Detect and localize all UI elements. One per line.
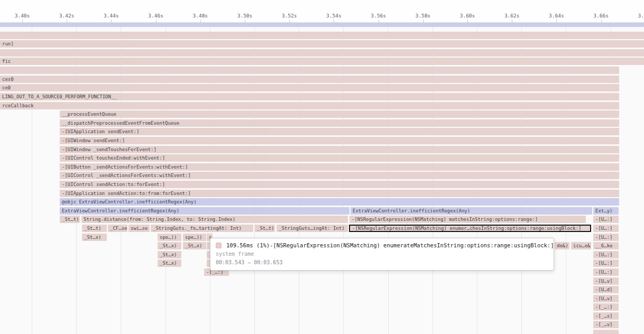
flame-bar[interactable]: __processEventQueue [60,110,619,118]
flame-bar[interactable]: -[UIApplication sendAction:to:from:forEv… [60,190,619,197]
flame-graph[interactable]: run]ficces0ce0LING_OUT_TO_A_SOURCE0_PERF… [0,23,644,334]
flame-bar[interactable]: __6…ke [593,242,619,249]
flame-bar[interactable]: __dispatchPreprocessedEventFromEventQueu… [60,119,619,127]
flame-bar[interactable]: -[UIWindow sendEvent:] [60,137,619,144]
flame-bar[interactable] [0,23,644,27]
flame-bar[interactable]: @objc ExtraViewController.inefficientReg… [60,198,619,206]
flame-bar[interactable] [0,32,644,39]
flame-bar[interactable]: swi…se [128,225,150,232]
flame-bar[interactable]: Ext…y) [593,207,619,215]
flame-bar[interactable]: _St…x) [158,242,181,249]
ruler-label: 3.48s [190,13,211,18]
flame-bar[interactable]: -[U…v] [593,295,619,302]
ruler-label: 3.64s [546,13,567,18]
tooltip-time-range: 00:03.543 — 00:03.653 [216,259,548,265]
instruments-flame-graph-view: 3.40s3.42s3.44s3.46s3.48s3.50s3.52s3.54s… [0,0,644,334]
tooltip-frame-kind: system frame [216,251,548,257]
flame-bar[interactable]: -[U…:] [593,251,619,258]
flame-bar[interactable]: de&) [555,242,569,249]
flame-bar[interactable]: -[UIWindow _sendTouchesForEvent:] [60,146,619,153]
flame-bar[interactable]: _St…t) [255,225,275,232]
flame-bar[interactable]: _St…t) [60,216,80,223]
flame-bar[interactable]: -[U…v] [593,277,619,285]
flame-bar[interactable]: _St…x) [82,234,107,241]
ruler-label: 3.44s [100,13,122,18]
flame-bar[interactable]: -[U…:] [593,216,619,223]
flame-bar[interactable]: ce0 [0,84,619,91]
ruler-label: 3.68s [635,13,644,18]
flame-bar[interactable]: ExtraViewController.inefficientRegex(Any… [60,207,349,215]
ruler-label: 3.60s [457,13,478,18]
flame-bar[interactable]: fic [0,58,644,65]
flame-bar[interactable]: _CF…se [108,225,127,232]
flame-bar[interactable]: _StringGuts…ingAt: Int) [277,225,348,232]
flame-bar[interactable] [593,330,619,334]
flame-bar[interactable]: -[U…:] [593,259,619,267]
ruler-label: 3.50s [234,13,255,18]
flame-bar[interactable]: -[UIControl sendAction:to:forEvent:] [60,181,619,188]
ruler-label: 3.58s [412,13,434,18]
flame-bar[interactable]: -[U…d] [593,286,619,293]
flame-bar[interactable]: spe…)) [158,234,181,241]
flame-bar[interactable]: _St…t) [82,225,107,232]
flame-bar[interactable]: _St…x) [158,259,181,267]
flame-bar[interactable]: spe…)) [183,234,206,241]
flame-bar[interactable]: _St…x) [158,251,181,258]
flame-bar[interactable]: -[U…:] [593,268,619,276]
ruler-label: 3.66s [591,13,612,18]
flame-bar[interactable]: -[_…:] [593,303,619,311]
flame-bar[interactable]: _St…x) [183,242,206,249]
flame-bar[interactable]: icu…e&) [571,242,591,249]
flame-bar[interactable]: -[UIControl _sendActionsForEvents:withEv… [60,172,619,179]
ruler-label: 3.40s [12,13,33,18]
tooltip: 109.56ms (1%) -[NSRegularExpression(NSMa… [210,238,554,271]
flame-bar[interactable]: -[NSRegularExpression(NSMatching) matche… [349,216,586,223]
flame-bar[interactable]: -[_…s] [593,312,619,320]
flame-bar[interactable]: -[U…:] [593,225,619,232]
flame-bar[interactable]: -[UIApplication sendEvent:] [60,128,619,135]
flame-bar[interactable]: LING_OUT_TO_A_SOURCE0_PERFORM_FUNCTION__ [0,93,619,100]
timeline-ruler[interactable]: 3.40s3.42s3.44s3.46s3.48s3.50s3.52s3.54s… [0,0,644,23]
ruler-label: 3.62s [501,13,522,18]
flame-bar[interactable]: -[_…v] [593,321,619,328]
flame-bar[interactable]: String.distance(from: String.Index, to: … [81,216,348,223]
tooltip-frame-name: -[NSRegularExpression(NSMatching) enumer… [270,242,554,248]
flame-bar[interactable]: run] [0,40,644,48]
flame-bar[interactable] [0,67,619,74]
flame-bar[interactable]: -[U…:] [593,234,619,241]
ruler-label: 3.54s [323,13,344,18]
ruler-label: 3.46s [145,13,167,18]
flame-bar[interactable]: ExtraViewController.inefficientRegex(Any… [351,207,592,215]
ruler-label: 3.52s [279,13,300,18]
flame-bar[interactable]: rceCallback [0,102,619,109]
tooltip-duration: 109.56ms (1%) [226,242,270,248]
flame-bar[interactable]: ces0 [0,76,619,83]
ruler-label: 3.42s [56,13,77,18]
tooltip-title-line: 109.56ms (1%) -[NSRegularExpression(NSMa… [216,242,548,248]
flame-bar[interactable]: -[UIButton _sendActionsForEvents:withEve… [60,163,619,171]
ruler-label: 3.56s [368,13,389,18]
flame-bar[interactable]: _StringGuts._fo…tartingAt: Int) [151,225,253,232]
tooltip-color-swatch [216,243,222,248]
flame-bar[interactable]: -[UIControl touchesEnded:withEvent:] [60,154,619,162]
flame-bar-selected[interactable]: -[NSRegularExpression(NSMatching) enumer… [349,225,591,232]
flame-bar[interactable] [0,49,644,57]
